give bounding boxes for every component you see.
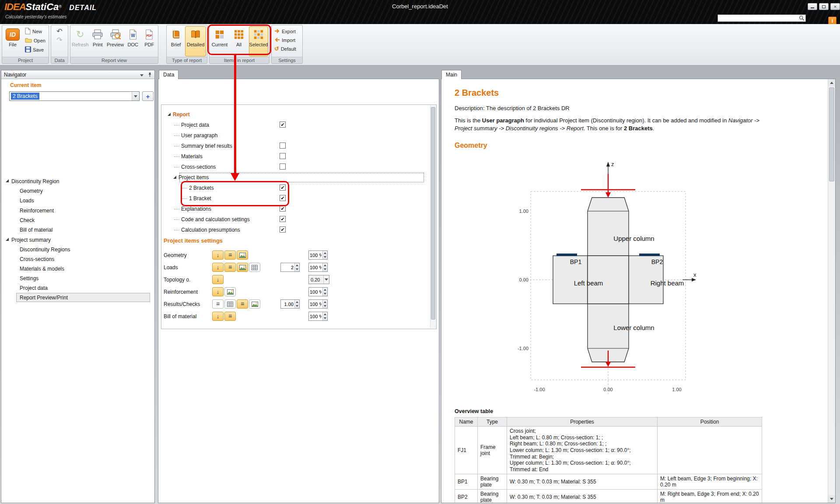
- export-settings-button[interactable]: Export: [273, 27, 301, 35]
- tree-item-check[interactable]: Check: [1, 216, 153, 225]
- download-icon-button[interactable]: ↓: [212, 275, 224, 284]
- reinforcement-scale-input[interactable]: [308, 287, 328, 296]
- loads-count-input[interactable]: [280, 263, 300, 272]
- maximize-button[interactable]: [819, 3, 829, 10]
- redo-button[interactable]: ↷: [56, 37, 62, 44]
- spinner[interactable]: [294, 263, 299, 271]
- add-item-button[interactable]: +: [142, 91, 154, 101]
- geometry-scale-input[interactable]: [308, 250, 328, 260]
- main-scrollbar[interactable]: [828, 79, 835, 503]
- checkbox-project-data[interactable]: ✔: [280, 122, 286, 128]
- expander-icon[interactable]: [173, 176, 176, 179]
- scroll-up-button[interactable]: [828, 79, 835, 87]
- list-icon-button[interactable]: ≡: [224, 312, 236, 321]
- tree-item-bill-of-material[interactable]: Bill of material: [1, 225, 153, 234]
- default-settings-button[interactable]: ↺ Default: [273, 45, 301, 53]
- report-item-calculation-presumptions[interactable]: Calculation presumptions ✔: [163, 225, 427, 235]
- spinner[interactable]: [322, 263, 327, 271]
- spinner[interactable]: [294, 300, 299, 308]
- spinner[interactable]: [322, 312, 327, 320]
- tree-item-project-summary[interactable]: Project summary: [1, 235, 153, 244]
- search-input[interactable]: [718, 15, 799, 21]
- download-icon-button[interactable]: ↓: [212, 287, 224, 296]
- open-button[interactable]: Open: [23, 36, 47, 45]
- expander-icon[interactable]: [168, 113, 171, 116]
- close-button[interactable]: ×: [830, 3, 840, 10]
- spinner[interactable]: [322, 251, 327, 259]
- tree-item-cross-sections[interactable]: Cross-sections: [1, 254, 153, 264]
- checkbox-summary-brief-results[interactable]: [280, 143, 286, 149]
- list-icon-button[interactable]: ≡: [224, 250, 236, 260]
- tab-main[interactable]: Main: [441, 70, 462, 79]
- topology-ratio-dropdown[interactable]: 0.20: [308, 275, 329, 284]
- picture-icon-button[interactable]: [237, 263, 248, 272]
- download-icon-button[interactable]: ↓: [212, 263, 224, 272]
- brief-report-button[interactable]: Brief: [168, 26, 184, 56]
- tree-item-settings[interactable]: Settings: [1, 274, 153, 283]
- table-row-bp1: BP1 Bearing plate W: 0.30 m; T: 0.03 m; …: [455, 474, 762, 490]
- list-icon-button[interactable]: ≡: [212, 299, 224, 309]
- scroll-down-button[interactable]: [828, 495, 835, 503]
- tree-item-materials-models[interactable]: Materials & models: [1, 264, 153, 273]
- picture-icon-button[interactable]: [249, 299, 260, 309]
- results-scale-input[interactable]: [308, 299, 328, 309]
- current-item-combobox[interactable]: 2 Brackets: [9, 91, 140, 101]
- loads-scale-input[interactable]: [308, 263, 328, 272]
- file-button[interactable]: ID File: [3, 26, 22, 56]
- tree-item-geometry[interactable]: Geometry: [1, 186, 153, 195]
- import-settings-button[interactable]: Import: [273, 36, 301, 44]
- report-item-project-data[interactable]: Project data ✔: [163, 120, 427, 130]
- report-item-materials[interactable]: Materials: [163, 152, 427, 161]
- download-icon-button[interactable]: ↓: [212, 312, 224, 321]
- minimize-button[interactable]: [808, 3, 817, 10]
- download-icon-button[interactable]: ↓: [212, 250, 224, 260]
- table-icon-button[interactable]: [224, 299, 236, 309]
- tree-item-report-preview-print[interactable]: Report Preview/Print: [1, 293, 153, 302]
- picture-icon-button[interactable]: [224, 287, 236, 296]
- tree-connector: [174, 219, 179, 220]
- preview-button[interactable]: Preview: [106, 26, 124, 56]
- tree-item-loads[interactable]: Loads: [1, 196, 153, 205]
- list-icon-button[interactable]: ≡: [237, 299, 248, 309]
- tab-data[interactable]: Data: [159, 70, 178, 79]
- pdf-export-button[interactable]: PDF PDF: [142, 26, 157, 56]
- pin-icon[interactable]: [148, 72, 152, 79]
- navigator-menu-icon[interactable]: [140, 74, 144, 76]
- detailed-report-button[interactable]: Detailed: [185, 26, 206, 56]
- main-scrollbar-thumb[interactable]: [829, 87, 834, 181]
- tree-item-discontinuity-region[interactable]: Discontinuity Region: [1, 177, 153, 186]
- tree-item-reinforcement[interactable]: Reinforcement: [1, 206, 153, 215]
- report-item-user-paragraph[interactable]: User paragraph: [163, 131, 427, 140]
- combobox-dropdown-button[interactable]: [132, 92, 139, 101]
- spinner[interactable]: [322, 288, 327, 296]
- save-button[interactable]: Save: [23, 45, 47, 54]
- tree-item-project-data[interactable]: Project data: [1, 283, 153, 292]
- search-icon[interactable]: [799, 15, 805, 21]
- table-icon-button[interactable]: [249, 263, 260, 272]
- undo-button[interactable]: ↶: [56, 28, 62, 35]
- report-root-item[interactable]: Report: [163, 110, 427, 119]
- report-item-cross-sections[interactable]: Cross-sections: [163, 162, 427, 172]
- list-icon-button[interactable]: ≡: [224, 263, 236, 272]
- report-item-summary-brief-results[interactable]: Summary brief results: [163, 141, 427, 151]
- expander-icon[interactable]: [6, 238, 9, 241]
- doc-export-button[interactable]: W DOC: [125, 26, 140, 56]
- bom-scale-input[interactable]: [308, 312, 328, 321]
- checkbox-materials[interactable]: [280, 153, 286, 159]
- picture-icon-button[interactable]: [237, 250, 248, 260]
- expander-icon[interactable]: [6, 179, 9, 182]
- print-button[interactable]: Print: [90, 26, 105, 56]
- tree-item-discontinuity-regions[interactable]: Discontinuity Regions: [1, 245, 153, 254]
- results-value-input[interactable]: [280, 299, 300, 309]
- new-button[interactable]: New: [23, 27, 47, 35]
- search-box[interactable]: [718, 14, 806, 22]
- spinner[interactable]: [322, 300, 327, 308]
- data-scrollbar[interactable]: [430, 105, 436, 328]
- checkbox-code-calculation-settings[interactable]: ✔: [280, 216, 286, 222]
- checkbox-explanations[interactable]: ✔: [280, 205, 286, 212]
- refresh-button[interactable]: ↻ Refresh: [71, 26, 89, 56]
- checkbox-cross-sections[interactable]: [280, 163, 286, 170]
- checkbox-calculation-presumptions[interactable]: ✔: [280, 226, 286, 233]
- report-item-code-calculation-settings[interactable]: Code and calculation settings ✔: [163, 215, 427, 224]
- data-scrollbar-thumb[interactable]: [431, 107, 435, 320]
